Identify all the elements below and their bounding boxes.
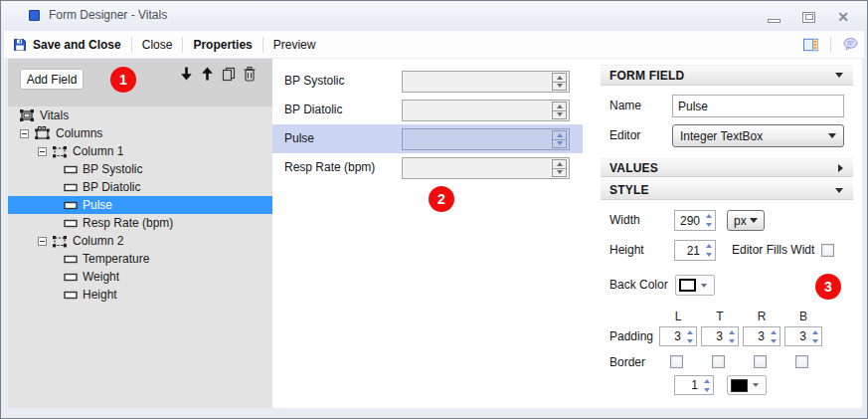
close-menu-button[interactable]: Close: [136, 38, 179, 52]
collapse-expander-icon[interactable]: [20, 129, 29, 138]
canvas-row-pulse[interactable]: Pulse: [272, 124, 583, 153]
spinner-buttons[interactable]: [702, 241, 715, 260]
spinner-buttons[interactable]: [683, 327, 696, 345]
canvas-row-resp-rate[interactable]: Resp Rate (bpm): [272, 153, 583, 182]
border-width-input[interactable]: [675, 376, 700, 394]
properties-tab[interactable]: Properties: [187, 38, 258, 52]
window-controls: ✕: [764, 9, 853, 25]
numeric-input[interactable]: [402, 71, 570, 93]
preview-tab[interactable]: Preview: [267, 38, 322, 52]
editor-select[interactable]: Integer TextBox: [672, 124, 844, 147]
spinner-buttons[interactable]: [552, 102, 567, 119]
add-field-button[interactable]: Add Field: [20, 69, 84, 90]
title-bar: Form Designer - Vitals ✕: [1, 1, 867, 31]
spinner-buttons[interactable]: [725, 327, 738, 345]
height-input[interactable]: [675, 241, 702, 260]
width-stepper[interactable]: [674, 210, 716, 231]
border-color-picker[interactable]: [727, 375, 767, 395]
toolbar-separator: [182, 37, 183, 53]
chevron-down-icon: [701, 284, 707, 288]
delete-icon[interactable]: [242, 65, 257, 82]
spinner-buttons[interactable]: [552, 73, 567, 91]
tree-item-temperature[interactable]: Temperature: [8, 250, 272, 268]
height-stepper[interactable]: [674, 240, 716, 261]
minimize-button[interactable]: [764, 9, 783, 25]
spin-down-icon: [557, 112, 563, 116]
spinner-buttons[interactable]: [767, 327, 780, 345]
border-top-checkbox[interactable]: [712, 355, 725, 368]
minimize-icon: [768, 19, 781, 23]
spinner-buttons[interactable]: [552, 159, 567, 177]
spin-down-icon: [771, 339, 777, 343]
tree-item-column-2[interactable]: Column 2: [8, 232, 272, 250]
spin-down-icon: [557, 141, 563, 145]
border-width-stepper[interactable]: [674, 375, 714, 395]
tree-item-label: Temperature: [83, 252, 149, 266]
name-input[interactable]: [673, 96, 843, 116]
tree-item-vitals[interactable]: Vitals: [8, 106, 272, 124]
tree-item-column-1[interactable]: Column 1: [8, 142, 272, 160]
padding-right-input[interactable]: [744, 327, 767, 345]
canvas-row-bp-systolic[interactable]: BP Systolic: [272, 67, 583, 96]
padding-bottom-input[interactable]: [785, 327, 808, 345]
border-left-checkbox[interactable]: [670, 355, 683, 368]
padding-bottom-stepper[interactable]: [784, 326, 822, 346]
padding-left-input[interactable]: [660, 327, 683, 345]
close-button[interactable]: ✕: [833, 9, 853, 25]
spinner-buttons[interactable]: [808, 327, 821, 345]
spinner-buttons[interactable]: [702, 211, 715, 230]
field-label: Resp Rate (bpm): [284, 153, 375, 182]
tree-item-weight[interactable]: Weight: [8, 268, 272, 286]
width-input[interactable]: [675, 211, 702, 230]
section-header-values[interactable]: VALUES: [601, 158, 853, 177]
textbox-field-icon: [64, 183, 78, 192]
field-label: BP Systolic: [284, 67, 344, 96]
spin-down-icon: [729, 339, 735, 343]
padding-top-input[interactable]: [702, 327, 725, 345]
spin-up-icon: [706, 244, 712, 248]
spinner-buttons[interactable]: [700, 376, 713, 394]
tree-item-bp-systolic[interactable]: BP Systolic: [8, 160, 272, 178]
collapse-expander-icon[interactable]: [38, 237, 47, 246]
name-field[interactable]: [672, 95, 844, 117]
width-unit-select[interactable]: px: [727, 210, 765, 231]
properties-panel-icon[interactable]: [803, 36, 818, 53]
tree-item-label: Column 2: [73, 234, 123, 248]
padding-left-stepper[interactable]: [659, 326, 697, 346]
feedback-bubble-icon[interactable]: [843, 36, 858, 53]
editor-fills-width-checkbox[interactable]: [821, 244, 834, 257]
tree-item-label: Columns: [56, 126, 102, 140]
numeric-input[interactable]: [402, 157, 570, 179]
border-bottom-checkbox[interactable]: [795, 355, 808, 368]
padding-right-stepper[interactable]: [743, 326, 781, 346]
numeric-input[interactable]: [402, 128, 570, 150]
spin-up-icon: [706, 214, 712, 218]
tree-item-label: BP Diatolic: [83, 180, 140, 194]
width-label: Width: [609, 210, 640, 231]
collapse-expander-icon[interactable]: [38, 147, 47, 156]
border-right-checkbox[interactable]: [754, 355, 767, 368]
section-header-style[interactable]: STYLE: [601, 180, 853, 200]
move-down-icon[interactable]: [179, 65, 194, 82]
move-up-icon[interactable]: [200, 65, 215, 82]
window-title: Form Designer - Vitals: [49, 8, 167, 22]
maximize-button[interactable]: [798, 9, 818, 25]
field-tree: Vitals Columns Column 1: [8, 106, 272, 408]
maximize-icon: [802, 12, 815, 23]
tree-item-columns[interactable]: Columns: [8, 124, 272, 142]
spinner-buttons[interactable]: [552, 130, 567, 148]
save-and-close-button[interactable]: Save and Close: [27, 38, 127, 52]
back-color-picker[interactable]: [675, 275, 715, 296]
tree-item-bp-diatolic[interactable]: BP Diatolic: [8, 178, 272, 196]
tree-item-label: Weight: [83, 270, 119, 284]
tree-item-resp-rate[interactable]: Resp Rate (bpm): [8, 214, 272, 232]
section-title: FORM FIELD: [609, 69, 684, 83]
annotation-step-2: 2: [429, 186, 454, 212]
numeric-input[interactable]: [402, 100, 570, 121]
tree-item-height[interactable]: Height: [8, 286, 272, 304]
padding-top-stepper[interactable]: [701, 326, 739, 346]
duplicate-icon[interactable]: [221, 65, 236, 82]
section-header-form-field[interactable]: FORM FIELD: [601, 65, 853, 86]
tree-item-pulse[interactable]: Pulse: [8, 196, 272, 214]
canvas-row-bp-diatolic[interactable]: BP Diatolic: [272, 96, 583, 124]
